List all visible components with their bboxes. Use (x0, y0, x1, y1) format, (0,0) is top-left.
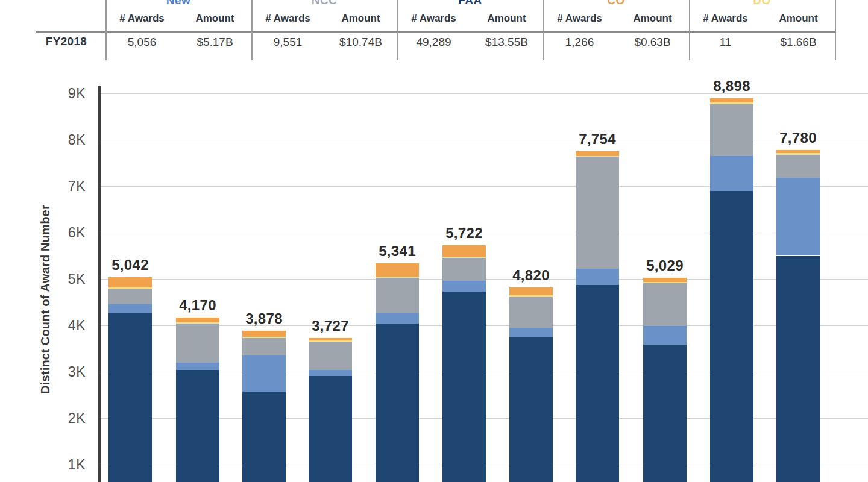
report-page: FY2018 New # Awards Amount 5,056 $5.17B … (0, 0, 868, 482)
bar-segment-do-6 (442, 257, 486, 258)
group-label-faa: FAA (397, 0, 543, 7)
col-header-awards: # Awards (689, 13, 762, 25)
bar-segment-co-3 (242, 331, 286, 336)
table-column-divider (689, 0, 690, 60)
y-tick-label: 2K (35, 410, 86, 427)
bar-segment-do-10 (710, 102, 753, 104)
bar-segment-faa-11 (776, 256, 820, 482)
col-header-amount: Amount (324, 13, 397, 25)
bar-segment-do-8 (576, 156, 619, 157)
bar-total-label-1: 5,042 (85, 257, 175, 274)
col-header-awards: # Awards (397, 13, 470, 25)
value-amount-faa: $13.55B (470, 36, 543, 49)
bar-segment-ncc-3 (242, 338, 286, 355)
bar-segment-ncc-11 (776, 155, 820, 178)
y-tick-label: 9K (35, 85, 86, 102)
col-header-amount: Amount (616, 13, 689, 25)
bar-segment-ncc-2 (176, 324, 219, 363)
col-header-amount: Amount (762, 13, 835, 25)
table-group-do: DO # Awards Amount 11 $1.66B (689, 0, 835, 60)
bar-segment-new-6 (442, 281, 486, 292)
bar-segment-ncc-8 (576, 157, 619, 269)
bar-segment-faa-2 (176, 370, 219, 482)
group-label-co: CO (543, 0, 689, 7)
bar-segment-do-5 (376, 277, 419, 278)
value-amount-ncc: $10.74B (324, 36, 397, 49)
y-tick-label: 8K (35, 131, 86, 148)
bar-segment-new-8 (576, 269, 619, 285)
bar-total-label-7: 4,820 (486, 267, 576, 284)
bar-segment-do-1 (108, 287, 152, 289)
bar-segment-new-5 (376, 313, 419, 324)
y-tick-label: 5K (35, 271, 86, 287)
bar-segment-co-7 (509, 287, 553, 295)
table-group-ncc: NCC # Awards Amount 9,551 $10.74B (251, 0, 397, 60)
bar-segment-do-3 (242, 337, 286, 339)
bar-segment-faa-3 (242, 392, 286, 482)
value-amount-do: $1.66B (762, 36, 835, 49)
bar-total-label-10: 8,898 (687, 78, 777, 95)
y-tick-label: 6K (35, 224, 86, 241)
y-tick-label: 1K (35, 456, 86, 473)
value-awards-ncc: 9,551 (251, 36, 324, 49)
bar-segment-co-11 (776, 150, 820, 153)
table-group-co: CO # Awards Amount 1,266 $0.63B (543, 0, 689, 60)
col-header-awards: # Awards (251, 13, 324, 25)
bar-segment-co-8 (576, 151, 619, 156)
table-column-divider (397, 0, 398, 60)
bar-total-label-6: 5,722 (419, 225, 509, 242)
y-tick-label: 7K (35, 178, 86, 195)
col-header-amount: Amount (178, 13, 251, 25)
bar-segment-faa-1 (108, 313, 152, 482)
bar-segment-faa-10 (710, 191, 753, 482)
bar-segment-ncc-6 (442, 258, 486, 281)
fy2018-summary-table: FY2018 New # Awards Amount 5,056 $5.17B … (0, 0, 868, 63)
table-row-label: FY2018 (30, 35, 102, 48)
bar-segment-do-9 (643, 282, 687, 283)
bar-segment-faa-6 (442, 292, 486, 482)
table-column-divider (543, 0, 544, 60)
bar-segment-new-11 (776, 178, 820, 255)
col-header-awards: # Awards (543, 13, 616, 25)
bar-segment-co-4 (309, 338, 352, 340)
bar-segment-ncc-10 (710, 104, 753, 156)
bar-segment-do-11 (776, 153, 820, 155)
bar-total-label-5: 5,341 (352, 243, 442, 260)
bar-segment-faa-4 (309, 376, 352, 482)
bar-total-label-4: 3,727 (285, 318, 376, 334)
table-column-divider (251, 0, 253, 60)
bar-total-label-11: 7,780 (753, 130, 843, 146)
value-awards-faa: 49,289 (397, 36, 470, 49)
bar-segment-co-6 (442, 245, 486, 256)
table-group-faa: FAA # Awards Amount 49,289 $13.55B (397, 0, 543, 60)
bar-segment-ncc-9 (643, 283, 687, 326)
bar-segment-ncc-4 (309, 342, 352, 370)
stacked-bar-chart: Distinct Count of Award Number 1K2K3K4K5… (0, 60, 868, 482)
y-tick-label: 4K (35, 317, 86, 334)
bar-total-label-9: 5,029 (620, 257, 710, 274)
bar-segment-faa-8 (576, 285, 619, 482)
group-label-do: DO (689, 0, 835, 7)
bar-segment-new-2 (176, 363, 219, 370)
bar-segment-do-2 (176, 322, 219, 324)
bar-segment-co-2 (176, 318, 219, 322)
value-awards-co: 1,266 (543, 36, 616, 49)
bar-segment-co-5 (376, 263, 419, 277)
bar-segment-faa-5 (376, 324, 419, 482)
bar-segment-do-7 (509, 295, 553, 297)
value-amount-co: $0.63B (616, 36, 689, 49)
table-group-new: New # Awards Amount 5,056 $5.17B (105, 0, 251, 60)
bar-segment-co-1 (108, 277, 152, 287)
bar-segment-new-4 (309, 370, 352, 376)
col-header-amount: Amount (470, 13, 543, 25)
bar-segment-new-3 (242, 355, 286, 392)
table-column-divider (105, 0, 107, 60)
bar-segment-faa-9 (643, 345, 687, 482)
bar-segment-ncc-7 (509, 297, 553, 328)
bar-segment-faa-7 (509, 337, 553, 482)
bar-segment-new-9 (643, 326, 687, 345)
bar-segment-new-10 (710, 156, 753, 190)
bar-segment-ncc-1 (108, 289, 152, 304)
bar-segment-co-9 (643, 278, 687, 282)
value-awards-do: 11 (689, 36, 762, 49)
